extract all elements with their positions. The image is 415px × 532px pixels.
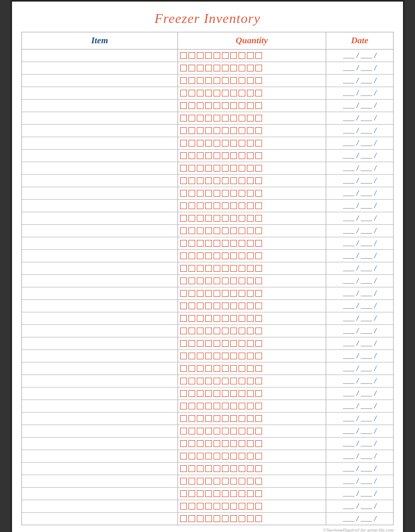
date-cell[interactable]: // — [326, 362, 393, 374]
quantity-checkbox[interactable] — [205, 215, 212, 222]
quantity-checkbox[interactable] — [214, 152, 220, 159]
quantity-checkbox[interactable] — [188, 52, 195, 59]
quantity-checkbox[interactable] — [247, 390, 254, 397]
quantity-checkbox[interactable] — [180, 177, 187, 184]
quantity-checkbox[interactable] — [230, 202, 237, 209]
quantity-checkbox[interactable] — [222, 152, 229, 159]
date-cell[interactable]: // — [326, 463, 393, 475]
quantity-checkbox[interactable] — [239, 428, 245, 434]
quantity-checkbox[interactable] — [214, 227, 220, 234]
quantity-checkbox[interactable] — [214, 102, 220, 109]
quantity-checkbox[interactable] — [188, 102, 195, 109]
quantity-checkbox[interactable] — [197, 277, 204, 284]
quantity-checkbox[interactable] — [197, 515, 204, 522]
quantity-checkbox[interactable] — [247, 503, 254, 510]
quantity-checkbox[interactable] — [180, 515, 187, 522]
item-cell[interactable] — [22, 62, 178, 74]
quantity-checkbox[interactable] — [230, 65, 237, 71]
quantity-checkbox[interactable] — [222, 190, 229, 197]
quantity-checkbox[interactable] — [255, 252, 262, 259]
quantity-checkbox[interactable] — [180, 140, 187, 147]
quantity-checkbox[interactable] — [239, 340, 245, 347]
quantity-checkbox[interactable] — [239, 465, 245, 472]
quantity-checkbox[interactable] — [205, 152, 212, 159]
quantity-checkbox[interactable] — [255, 227, 262, 234]
quantity-checkbox[interactable] — [214, 190, 220, 197]
quantity-checkbox[interactable] — [239, 52, 245, 59]
quantity-checkbox[interactable] — [188, 115, 195, 122]
quantity-checkbox[interactable] — [239, 77, 245, 84]
quantity-checkbox[interactable] — [188, 165, 195, 172]
quantity-checkbox[interactable] — [255, 390, 262, 397]
quantity-checkbox[interactable] — [197, 77, 204, 84]
quantity-checkbox[interactable] — [180, 415, 187, 422]
quantity-checkbox[interactable] — [205, 453, 212, 460]
quantity-checkbox[interactable] — [214, 290, 220, 297]
quantity-checkbox[interactable] — [205, 240, 212, 247]
quantity-checkbox[interactable] — [230, 503, 237, 510]
quantity-checkbox[interactable] — [180, 52, 187, 59]
date-cell[interactable]: // — [326, 425, 393, 437]
item-cell[interactable] — [22, 300, 178, 312]
quantity-checkbox[interactable] — [188, 65, 195, 71]
quantity-checkbox[interactable] — [247, 303, 254, 309]
quantity-checkbox[interactable] — [222, 340, 229, 347]
quantity-checkbox[interactable] — [230, 365, 237, 372]
item-cell[interactable] — [22, 212, 178, 224]
quantity-checkbox[interactable] — [230, 415, 237, 422]
date-cell[interactable]: // — [326, 162, 393, 174]
item-cell[interactable] — [22, 162, 178, 174]
quantity-checkbox[interactable] — [214, 415, 220, 422]
item-cell[interactable] — [22, 75, 178, 87]
quantity-checkbox[interactable] — [197, 403, 204, 409]
date-cell[interactable]: // — [326, 325, 393, 337]
quantity-checkbox[interactable] — [205, 403, 212, 409]
quantity-checkbox[interactable] — [255, 503, 262, 510]
quantity-checkbox[interactable] — [197, 90, 204, 96]
quantity-checkbox[interactable] — [180, 490, 187, 497]
quantity-checkbox[interactable] — [255, 403, 262, 409]
date-cell[interactable]: // — [326, 413, 393, 425]
quantity-checkbox[interactable] — [197, 315, 204, 322]
date-cell[interactable]: // — [326, 388, 393, 400]
quantity-checkbox[interactable] — [255, 240, 262, 247]
item-cell[interactable] — [22, 187, 178, 199]
quantity-checkbox[interactable] — [180, 353, 187, 359]
quantity-checkbox[interactable] — [239, 453, 245, 460]
quantity-checkbox[interactable] — [205, 340, 212, 347]
quantity-checkbox[interactable] — [230, 190, 237, 197]
quantity-checkbox[interactable] — [247, 478, 254, 485]
quantity-checkbox[interactable] — [180, 465, 187, 472]
item-cell[interactable] — [22, 137, 178, 149]
quantity-checkbox[interactable] — [180, 328, 187, 334]
quantity-checkbox[interactable] — [188, 77, 195, 84]
quantity-checkbox[interactable] — [247, 102, 254, 109]
date-cell[interactable]: // — [326, 200, 393, 212]
quantity-checkbox[interactable] — [255, 265, 262, 272]
quantity-checkbox[interactable] — [188, 328, 195, 334]
quantity-checkbox[interactable] — [205, 440, 212, 447]
quantity-checkbox[interactable] — [188, 390, 195, 397]
date-cell[interactable]: // — [326, 187, 393, 199]
quantity-checkbox[interactable] — [188, 215, 195, 222]
quantity-checkbox[interactable] — [180, 403, 187, 409]
quantity-checkbox[interactable] — [180, 152, 187, 159]
quantity-checkbox[interactable] — [239, 152, 245, 159]
date-cell[interactable]: // — [326, 475, 393, 487]
quantity-checkbox[interactable] — [247, 165, 254, 172]
quantity-checkbox[interactable] — [247, 428, 254, 434]
date-cell[interactable]: // — [326, 337, 393, 349]
date-cell[interactable]: // — [326, 375, 393, 387]
item-cell[interactable] — [22, 287, 178, 299]
quantity-checkbox[interactable] — [247, 152, 254, 159]
quantity-checkbox[interactable] — [230, 515, 237, 522]
quantity-checkbox[interactable] — [222, 440, 229, 447]
quantity-checkbox[interactable] — [230, 77, 237, 84]
quantity-checkbox[interactable] — [255, 115, 262, 122]
quantity-checkbox[interactable] — [239, 102, 245, 109]
date-cell[interactable]: // — [326, 488, 393, 500]
quantity-checkbox[interactable] — [197, 340, 204, 347]
quantity-checkbox[interactable] — [214, 403, 220, 409]
quantity-checkbox[interactable] — [197, 365, 204, 372]
quantity-checkbox[interactable] — [205, 490, 212, 497]
